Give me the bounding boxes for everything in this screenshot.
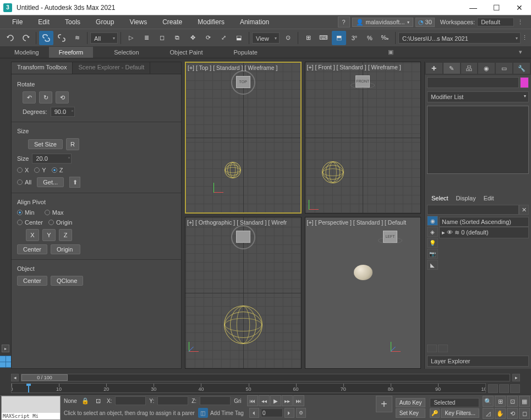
fov-icon[interactable]: ◿ xyxy=(483,408,494,419)
menu-group[interactable]: Group xyxy=(88,15,122,29)
le-toggle-1[interactable] xyxy=(427,345,437,352)
size-r-button[interactable]: R xyxy=(66,138,79,150)
se-filter-helper[interactable]: ◣ xyxy=(427,260,438,270)
tab-transform-toolbox[interactable]: Transform Toolbox xyxy=(12,62,73,74)
goto-end[interactable]: ⏭ xyxy=(293,395,304,406)
ribbon-modeling[interactable]: Modeling xyxy=(4,47,49,58)
radio-all[interactable] xyxy=(17,179,23,185)
zoom-extents-icon[interactable]: ⊡ xyxy=(507,396,518,407)
placement-button[interactable]: ⬓ xyxy=(232,31,246,45)
se-filter-all[interactable]: ◉ xyxy=(427,216,438,226)
minimize-button[interactable]: — xyxy=(462,0,485,15)
display-tab[interactable]: ▭ xyxy=(496,63,512,74)
project-path-dropdown[interactable]: C:\Users\U...s Max 2021 xyxy=(398,32,521,43)
layer-item[interactable]: ▸ 👁 ≋ 0 (default) xyxy=(442,229,489,236)
set-size-button[interactable]: Set Size xyxy=(28,139,63,149)
snap-toggle-button[interactable]: ⬒ xyxy=(332,31,346,45)
radio-min[interactable] xyxy=(17,210,23,215)
prev-frame[interactable]: ◂◂ xyxy=(259,395,270,406)
le-toggle-2[interactable] xyxy=(438,345,448,352)
align-y-button[interactable]: Y xyxy=(42,229,56,241)
key-prev[interactable]: ⏴ xyxy=(249,408,259,418)
use-pivot-center-button[interactable]: ⊙ xyxy=(281,31,295,45)
rotate-reset-button[interactable]: ⟲ xyxy=(56,91,69,103)
cloud-credits[interactable]: ◔ 30 xyxy=(415,18,435,27)
object-qclone-button[interactable]: QClone xyxy=(51,276,83,286)
manipulate-button[interactable]: ⊞ xyxy=(301,31,315,45)
se-column-header[interactable]: Name (Sorted Ascending) xyxy=(439,217,529,227)
ref-coord-dropdown[interactable]: View xyxy=(252,32,280,43)
se-search-clear[interactable]: ✕ xyxy=(519,205,529,215)
isolate-icon[interactable]: ⊡ xyxy=(94,396,103,405)
rotate-ccw-button[interactable]: ↶ xyxy=(23,91,36,103)
create-tab[interactable]: ✚ xyxy=(426,63,442,74)
radio-origin[interactable] xyxy=(48,220,54,225)
se-filter-geometry[interactable]: ◈ xyxy=(427,227,438,237)
viewport-top[interactable]: [+] [ Top ] [ Standard ] [ Wireframe ] T… xyxy=(185,62,302,214)
align-origin-button[interactable]: Origin xyxy=(51,244,80,254)
angle-snap-button[interactable]: 3° xyxy=(347,31,362,45)
time-ruler[interactable]: 0102030405060708090100 xyxy=(11,383,486,393)
menu-create[interactable]: Create xyxy=(155,15,190,29)
key-mode-dropdown[interactable]: Selected xyxy=(430,398,479,407)
vp-persp-label[interactable]: [+] [ Perspective ] [ Standard ] [ Defau… xyxy=(307,219,407,226)
ribbon-selection[interactable]: Selection xyxy=(104,47,149,58)
menu-overflow[interactable]: ⋮ xyxy=(514,19,527,26)
coord-x[interactable] xyxy=(115,396,146,405)
menu-tools[interactable]: Tools xyxy=(57,15,88,29)
key-filters-button[interactable]: Key Filters... xyxy=(441,408,479,418)
time-prev[interactable]: ◂ xyxy=(11,374,19,381)
se-tab-select[interactable]: Select xyxy=(431,195,448,201)
coord-y[interactable] xyxy=(157,396,188,405)
ribbon-populate[interactable]: Populate xyxy=(223,47,267,58)
key-next[interactable]: ⏵ xyxy=(284,408,294,418)
tab-scene-explorer[interactable]: Scene Explorer - Default xyxy=(73,62,150,74)
select-region-button[interactable]: ◻ xyxy=(155,31,169,45)
radio-center[interactable] xyxy=(17,220,23,225)
zoom-all-icon[interactable]: ⊞ xyxy=(495,396,506,407)
menu-edit[interactable]: Edit xyxy=(30,15,57,29)
time-config[interactable]: ⚙ xyxy=(296,408,306,418)
set-key-button[interactable]: Set Key xyxy=(396,408,426,418)
radio-x[interactable] xyxy=(17,167,23,173)
get-button[interactable]: Get... xyxy=(37,177,64,187)
object-name-field[interactable] xyxy=(427,77,519,88)
object-center-button[interactable]: Center xyxy=(17,276,47,286)
zoom-icon[interactable]: 🔍 xyxy=(483,396,494,407)
close-button[interactable]: ✕ xyxy=(508,0,531,15)
modifier-list-dropdown[interactable]: Modifier List xyxy=(427,91,529,102)
maximize-vp-icon[interactable]: ◻ xyxy=(519,408,530,419)
align-x-button[interactable]: X xyxy=(26,229,39,241)
redo-button[interactable] xyxy=(19,31,33,45)
viewport-ortho[interactable]: [+] [ Orthographic ] [ Standard ] [ Wire… xyxy=(185,217,302,369)
align-center-button[interactable]: Center xyxy=(17,244,47,254)
viewcube-persp[interactable]: LEFT xyxy=(376,226,404,248)
link-button[interactable] xyxy=(39,31,53,45)
select-object-button[interactable]: ▷ xyxy=(124,31,138,45)
vp-ortho-label[interactable]: [+] [ Orthographic ] [ Standard ] [ Wire… xyxy=(187,219,287,226)
coord-z[interactable] xyxy=(200,396,231,405)
set-key-large[interactable]: + xyxy=(376,396,392,412)
selection-filter-dropdown[interactable]: All xyxy=(90,32,118,43)
size-spinner[interactable]: 20.0 xyxy=(32,154,72,163)
zoom-extents-all-icon[interactable]: ▦ xyxy=(519,396,530,407)
orbit-icon[interactable]: ⟲ xyxy=(507,408,518,419)
lock-selection-icon[interactable]: 🔒 xyxy=(80,396,90,405)
se-list[interactable]: ▸ 👁 ≋ 0 (default) xyxy=(439,227,529,238)
window-crossing-button[interactable]: ⧉ xyxy=(170,31,184,45)
ruler-mode-1[interactable] xyxy=(488,384,498,393)
bind-space-warp-button[interactable]: ≋ xyxy=(70,31,84,45)
rotate-cw-button[interactable]: ↻ xyxy=(39,91,52,103)
unlink-button[interactable] xyxy=(54,31,69,45)
toolbar-overflow[interactable]: ⋮ xyxy=(522,34,528,41)
degrees-spinner[interactable]: 90.0 xyxy=(51,107,75,117)
ribbon-freeform[interactable]: Freeform xyxy=(49,47,94,58)
se-tab-display[interactable]: Display xyxy=(456,195,476,201)
object-color-swatch[interactable] xyxy=(520,77,529,88)
hierarchy-tab[interactable]: 品 xyxy=(461,63,478,74)
ribbon-minimize-icon[interactable]: ▾ xyxy=(514,47,527,57)
vp-front-label[interactable]: [+] [ Front ] [ Standard ] [ Wireframe ] xyxy=(307,64,401,70)
scale-button[interactable]: ⤢ xyxy=(216,31,231,45)
radio-max[interactable] xyxy=(45,210,50,215)
help-icon[interactable]: ? xyxy=(338,17,350,28)
